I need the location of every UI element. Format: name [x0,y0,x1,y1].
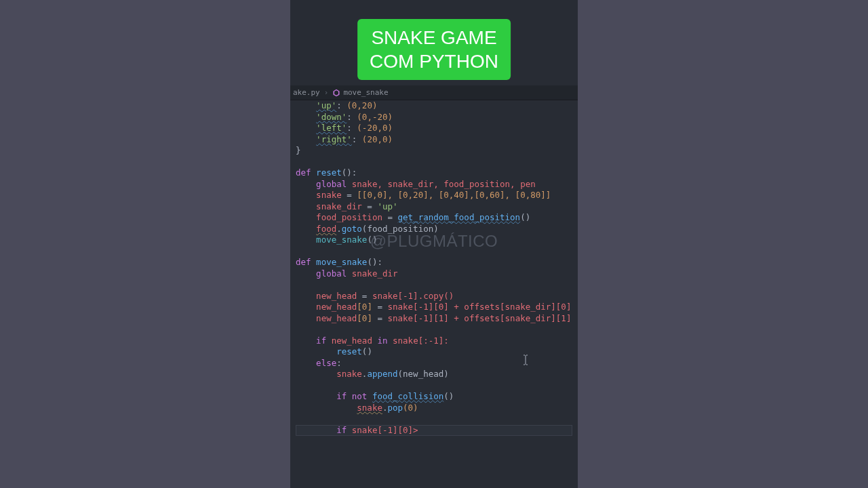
code-line[interactable]: new_head[0] = snake[-1][1] + offsets[sna… [296,313,572,325]
code-line[interactable] [296,413,572,425]
code-line[interactable]: } [296,145,572,157]
title-line-1: SNAKE GAME [371,27,496,48]
code-line[interactable]: else: [296,358,572,369]
code-line[interactable]: move_snake() [296,235,572,246]
code-line[interactable]: reset() [296,346,572,358]
code-line[interactable]: if not food_collision() [296,391,572,403]
code-line[interactable]: 'right': (20,0) [296,134,572,146]
code-line[interactable]: new_head = snake[-1].copy() [296,291,572,302]
breadcrumb-file[interactable]: ake.py [293,88,320,97]
code-line[interactable]: food_position = get_random_food_position… [296,212,572,224]
code-line[interactable]: if new_head in snake[:-1]: [296,336,572,347]
code-line[interactable]: new_head[0] = snake[-1][0] + offsets[sna… [296,302,572,313]
breadcrumb-symbol[interactable]: move_snake [332,88,388,97]
code-editor-pane: SNAKE GAME COM PYTHON ake.py › move_snak… [290,0,578,488]
breadcrumb[interactable]: ake.py › move_snake [290,85,578,100]
code-line[interactable]: snake_dir = 'up' [296,201,572,213]
code-line[interactable]: food.goto(food_position) [296,224,572,235]
code-area[interactable]: 'up': (0,20) 'down': (0,-20) 'left': (-2… [290,100,578,488]
code-line-current[interactable]: if snake[-1][0]> [296,425,572,436]
code-line[interactable]: global snake, snake_dir, food_position, … [296,179,572,190]
code-line[interactable] [296,380,572,392]
code-line[interactable]: snake.append(new_head) [296,369,572,380]
code-line[interactable]: snake = [[0,0], [0,20], [0,40],[0,60], [… [296,190,572,201]
code-line[interactable]: def reset(): [296,167,572,179]
code-line[interactable]: 'up': (0,20) [296,100,572,112]
code-line[interactable] [296,324,572,336]
breadcrumb-symbol-label: move_snake [343,88,388,97]
code-line[interactable]: def move_snake(): [296,257,572,268]
code-line[interactable] [296,246,572,258]
code-line[interactable]: 'left': (-20,0) [296,123,572,134]
breadcrumb-separator-icon: › [324,88,329,97]
title-line-2: COM PYTHON [370,51,498,72]
breadcrumb-file-label: ake.py [293,88,320,97]
code-line[interactable]: 'down': (0,-20) [296,112,572,123]
code-line[interactable]: global snake_dir [296,268,572,280]
code-line[interactable]: snake.pop(0) [296,403,572,414]
function-icon [332,89,340,97]
title-badge: SNAKE GAME COM PYTHON [357,19,511,80]
code-line[interactable] [296,157,572,168]
code-line[interactable] [296,279,572,291]
